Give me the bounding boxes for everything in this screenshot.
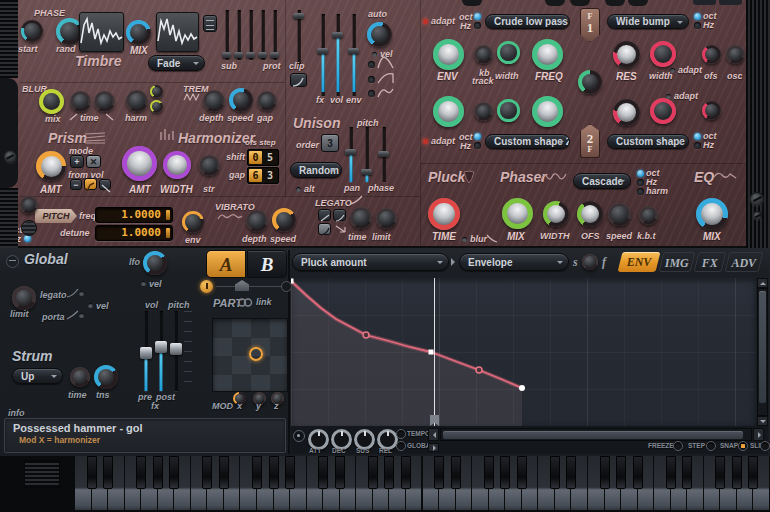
smooth-knob[interactable]: [582, 254, 598, 270]
piano-keyboard[interactable]: [75, 456, 770, 510]
piano-black-key[interactable]: [500, 456, 510, 489]
unison-order-stepper[interactable]: 3: [321, 134, 339, 152]
filter2-shape-b-dropdown[interactable]: Custom shape 2: [607, 134, 689, 149]
filter2-env-knob[interactable]: [433, 96, 464, 127]
post-fx-volume-slider[interactable]: [155, 311, 167, 391]
graph-hscrollbar[interactable]: [440, 428, 752, 441]
legato-time-knob[interactable]: [350, 207, 372, 229]
piano-black-key[interactable]: [616, 456, 626, 489]
envelope-point[interactable]: [291, 279, 294, 284]
phaser-hz-radio[interactable]: [637, 179, 644, 186]
declick-button[interactable]: [428, 443, 439, 452]
piano-black-key[interactable]: [169, 456, 179, 489]
filter2-oct-radio[interactable]: [474, 133, 481, 140]
pluck-blur-led[interactable]: [462, 237, 467, 242]
filter1-oct-b-radio[interactable]: [694, 13, 701, 20]
editor-target-dropdown[interactable]: Pluck amount: [292, 253, 449, 271]
filter2-res-knob[interactable]: [613, 99, 640, 126]
filter2-shape-a-dropdown[interactable]: Custom shape 2: [485, 134, 570, 149]
filter2-oct-b-radio[interactable]: [694, 133, 701, 140]
lfo-knob[interactable]: [143, 251, 167, 275]
filter1-oct-radio[interactable]: [474, 13, 481, 20]
prism-mode-plus-button[interactable]: +: [70, 155, 84, 168]
filter2-width-b-knob[interactable]: [650, 98, 676, 124]
filter1-osc-knob[interactable]: [726, 45, 745, 64]
prism-env-button[interactable]: [84, 178, 97, 190]
envelope-enable-led[interactable]: [293, 430, 305, 442]
legato-mode-button-2[interactable]: [333, 209, 346, 221]
filter1-freq-knob[interactable]: [532, 39, 563, 70]
piano-black-key[interactable]: [285, 456, 295, 489]
filter1-width-b-knob[interactable]: [650, 41, 676, 67]
trem-speed-knob[interactable]: [229, 88, 253, 112]
piano-black-key[interactable]: [666, 456, 676, 489]
vel-curve-radio-1[interactable]: [368, 61, 375, 68]
tab-env[interactable]: ENV: [618, 252, 661, 272]
piano-black-key[interactable]: [748, 456, 758, 489]
vel-curve-radio-2[interactable]: [368, 76, 375, 83]
filter1-adapt-b-led[interactable]: [670, 68, 675, 73]
filter1-width-knob[interactable]: [497, 41, 520, 64]
global-collapse-button[interactable]: [6, 255, 19, 268]
blur-aux-knob-2[interactable]: [150, 100, 163, 113]
filter1-ofs-knob[interactable]: [702, 45, 721, 64]
fx-slider[interactable]: [317, 14, 328, 96]
piano-black-key[interactable]: [484, 456, 494, 489]
timbre-waveform-display-1[interactable]: [79, 12, 124, 52]
bezel-omega-knob[interactable]: [20, 196, 38, 214]
filter2-hz-radio[interactable]: [474, 142, 481, 149]
filter2-adapt-b-led[interactable]: [666, 94, 671, 99]
blur-harm-knob[interactable]: [126, 90, 148, 112]
auto-knob[interactable]: [367, 22, 392, 47]
blur-time-attack-knob[interactable]: [70, 91, 91, 112]
blur-mix-knob[interactable]: [39, 89, 64, 114]
piano-black-key[interactable]: [153, 456, 163, 489]
pitch-detune-display[interactable]: 1.0000: [95, 225, 173, 241]
filter2-adapt-led[interactable]: [423, 139, 428, 144]
legato-limit-knob[interactable]: [376, 208, 397, 229]
blur-time-release-knob[interactable]: [94, 91, 115, 112]
phaser-speed-knob[interactable]: [608, 203, 631, 226]
filter-balance-knob[interactable]: [578, 70, 602, 94]
graph-scroll-down-button[interactable]: [757, 416, 768, 426]
filter1-kbtrack-knob[interactable]: [474, 45, 493, 64]
mod-xy-pad[interactable]: [212, 318, 288, 392]
strum-tns-knob[interactable]: [94, 365, 118, 389]
pitch-hz-radio[interactable]: [24, 235, 31, 242]
pitch-freq-display[interactable]: 1.0000: [95, 207, 173, 223]
trem-depth-knob[interactable]: [203, 90, 225, 112]
filter2-hz-b-radio[interactable]: [694, 142, 701, 149]
filter1-env-knob[interactable]: [433, 39, 464, 70]
envelope-graph[interactable]: [291, 278, 756, 426]
global-checkbox[interactable]: [396, 441, 406, 451]
unison-mode-dropdown[interactable]: Random: [290, 162, 342, 178]
piano-black-key[interactable]: [103, 456, 113, 489]
eq-mix-knob[interactable]: [696, 198, 728, 230]
strum-time-knob[interactable]: [70, 367, 90, 387]
unison-pitch-slider[interactable]: [361, 127, 372, 182]
prism-mode-x-button[interactable]: ✕: [86, 155, 101, 168]
part-b-button[interactable]: B: [247, 250, 287, 278]
env-slider[interactable]: [348, 14, 359, 96]
vol-slider[interactable]: [332, 14, 343, 96]
graph-vscrollbar[interactable]: [757, 288, 768, 416]
vel-curve-radio-3[interactable]: [368, 90, 375, 97]
piano-black-key[interactable]: [434, 456, 444, 489]
limit-knob[interactable]: [12, 286, 36, 310]
hscroll-right-button[interactable]: [753, 428, 764, 441]
clip-curve-button[interactable]: [290, 73, 307, 87]
harmonizer-amt-knob[interactable]: [122, 146, 157, 181]
unison-phase-slider[interactable]: [378, 127, 389, 182]
filter2-kbtrack-knob[interactable]: [474, 102, 493, 121]
piano-black-key[interactable]: [136, 456, 146, 489]
tab-fx[interactable]: FX: [694, 252, 727, 272]
piano-black-key[interactable]: [87, 456, 97, 489]
envelope-point[interactable]: [519, 385, 525, 391]
piano-black-key[interactable]: [732, 456, 742, 489]
filter2-freq-knob[interactable]: [532, 96, 563, 127]
legato-mode-button-1[interactable]: [318, 209, 331, 221]
piano-black-key[interactable]: [517, 456, 527, 489]
pitch-env-knob[interactable]: [182, 211, 204, 233]
envelope-point[interactable]: [363, 332, 369, 338]
timbre-mix-knob[interactable]: [126, 20, 151, 45]
